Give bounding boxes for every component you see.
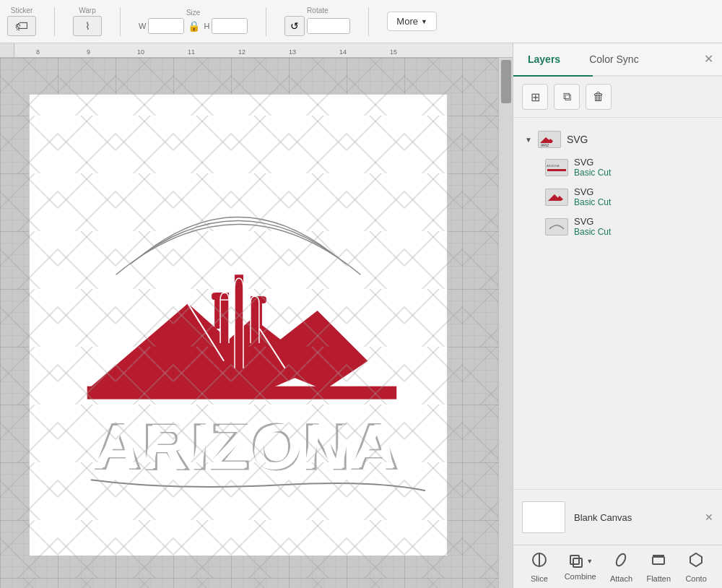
ruler-num-11: 11 [188, 48, 195, 56]
slice-label: Slice [531, 574, 548, 583]
blank-canvas-close-button[interactable]: ✕ [705, 511, 713, 523]
layer-thumb-1 [545, 189, 568, 206]
layer-group-svg: ▼ ARIZ SVG [513, 124, 722, 244]
panel-tabs: Layers Color Sync ✕ [513, 43, 722, 77]
layer-item-name-2: SVG [574, 216, 611, 227]
combine-tool[interactable]: ▼ Combine [559, 553, 602, 581]
attach-label: Attach [610, 574, 632, 583]
flatten-tool[interactable]: Flatten [640, 551, 677, 583]
group-expand-icon: ▼ [525, 136, 532, 144]
svg-rect-21 [547, 169, 566, 171]
combine-icon-row: ▼ [567, 553, 593, 570]
contour-tool[interactable]: Conto [678, 551, 714, 583]
ruler-num-12: 12 [238, 48, 245, 56]
canvas-area[interactable]: 8 9 10 11 12 13 14 15 [0, 43, 513, 588]
add-layer-icon: ⊞ [531, 90, 540, 104]
main-toolbar: Sticker 🏷 Warp ⌇ Size W 🔒 H Rotate ↺ Mor… [0, 0, 722, 43]
delete-layer-button[interactable]: 🗑 [586, 84, 612, 110]
rotate-label: Rotate [307, 7, 328, 14]
layer-item-1[interactable]: SVG Basic Cut [542, 182, 713, 212]
divider-4 [368, 7, 369, 36]
width-input[interactable] [148, 18, 184, 34]
svg-rect-6 [235, 274, 243, 368]
rotate-group: Rotate ↺ [284, 7, 350, 36]
layer-item-info-0: SVG Basic Cut [574, 157, 611, 178]
tab-color-sync-label: Color Sync [589, 53, 638, 65]
canvas-grid[interactable]: ARIZONA ARIZONA [0, 58, 498, 588]
layer-thumb-2 [545, 218, 568, 235]
blank-canvas-area: Blank Canvas ✕ [513, 489, 722, 545]
bottom-toolbar: Slice ▼ Combine Attach [513, 545, 722, 588]
ruler-top: 8 9 10 11 12 13 14 15 [0, 43, 513, 58]
layer-item-2[interactable]: SVG Basic Cut [542, 212, 713, 241]
slice-tool[interactable]: Slice [521, 551, 557, 583]
contour-icon [687, 551, 705, 572]
tab-layers-label: Layers [528, 53, 560, 65]
svg-rect-27 [573, 558, 582, 567]
warp-tool[interactable]: Warp ⌇ [73, 7, 102, 36]
svg-text:ARIZ: ARIZ [541, 143, 549, 147]
warp-icon[interactable]: ⌇ [73, 16, 102, 36]
layer-item-info-1: SVG Basic Cut [574, 186, 611, 207]
scrollbar-thumb[interactable] [501, 60, 511, 103]
svg-rect-26 [570, 555, 579, 564]
combine-arrow-icon: ▼ [586, 558, 593, 565]
ruler-num-10: 10 [137, 48, 144, 56]
ruler-corner [0, 43, 14, 57]
panel-close-button[interactable]: ✕ [704, 52, 713, 66]
tab-color-sync[interactable]: Color Sync [575, 43, 653, 75]
layer-thumb-0: ARIZONA [545, 159, 568, 176]
attach-tool[interactable]: Attach [603, 551, 639, 583]
layer-item-type-2: Basic Cut [574, 227, 611, 237]
size-label: Size [186, 9, 200, 17]
slice-icon [531, 551, 548, 572]
layer-item-info-2: SVG Basic Cut [574, 216, 611, 237]
duplicate-layer-icon: ⧉ [563, 90, 571, 103]
ruler-num-15: 15 [390, 48, 397, 56]
arizona-logo-svg: ARIZONA ARIZONA [30, 95, 447, 555]
main-layout: 8 9 10 11 12 13 14 15 [0, 43, 722, 588]
svg-rect-14 [255, 296, 266, 303]
svg-marker-31 [690, 553, 702, 566]
contour-label: Conto [685, 574, 706, 583]
width-label: W [139, 22, 146, 30]
lock-toggle[interactable]: 🔒 [186, 20, 201, 32]
layer-item-name-1: SVG [574, 186, 611, 197]
more-button[interactable]: More ▼ [387, 12, 437, 31]
svg-point-28 [615, 552, 628, 567]
tab-layers[interactable]: Layers [513, 43, 575, 75]
layer-actions-bar: ⊞ ⧉ 🗑 [513, 77, 722, 118]
ruler-num-13: 13 [289, 48, 296, 56]
svg-rect-29 [653, 557, 664, 564]
rotate-inputs: ↺ [284, 16, 350, 36]
layer-item-type-0: Basic Cut [574, 168, 611, 178]
layer-sub-items: ARIZONA SVG Basic Cut [522, 152, 713, 241]
svg-text:ARIZONA: ARIZONA [93, 410, 399, 483]
sticker-icon[interactable]: 🏷 [7, 16, 36, 36]
height-input[interactable] [212, 18, 248, 34]
sticker-tool[interactable]: Sticker 🏷 [7, 7, 36, 36]
flatten-label: Flatten [646, 574, 671, 583]
add-layer-button[interactable]: ⊞ [522, 84, 548, 110]
group-thumbnail: ARIZ [538, 131, 561, 148]
duplicate-layer-button[interactable]: ⧉ [554, 84, 580, 110]
layer-item-0[interactable]: ARIZONA SVG Basic Cut [542, 152, 713, 182]
svg-rect-5 [87, 386, 397, 399]
height-label: H [204, 22, 209, 30]
rotate-button[interactable]: ↺ [284, 16, 305, 36]
ruler-num-14: 14 [339, 48, 347, 56]
layer-group-header[interactable]: ▼ ARIZ SVG [522, 126, 713, 152]
layers-list[interactable]: ▼ ARIZ SVG [513, 118, 722, 489]
layer-item-type-1: Basic Cut [574, 197, 611, 207]
rotate-input[interactable] [307, 18, 350, 34]
ruler-numbers-container: 8 9 10 11 12 13 14 15 [14, 43, 513, 57]
combine-label: Combine [565, 572, 596, 581]
blank-canvas-label: Blank Canvas [574, 512, 632, 523]
warp-label: Warp [79, 7, 96, 14]
vertical-scrollbar[interactable] [498, 58, 513, 588]
layer-group-name: SVG [567, 134, 588, 145]
attach-icon [612, 551, 630, 572]
more-arrow-icon: ▼ [421, 18, 427, 25]
flatten-icon [650, 551, 667, 572]
size-group: Size W 🔒 H [139, 9, 248, 34]
